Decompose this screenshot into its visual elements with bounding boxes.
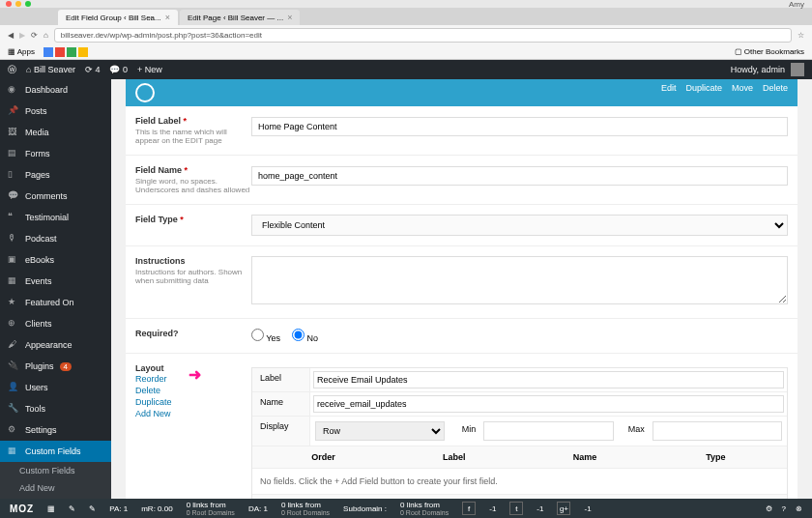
moz-logo[interactable]: MOZ xyxy=(10,504,34,514)
twitter-icon[interactable]: t xyxy=(509,502,523,515)
layout-col-headers: Order Label Name Type xyxy=(252,446,787,469)
home-icon[interactable]: ⌂ xyxy=(44,31,48,40)
required-no[interactable]: No xyxy=(292,329,318,343)
avatar-icon[interactable] xyxy=(791,63,804,76)
howdy-user[interactable]: Howdy, admin xyxy=(731,65,785,74)
facebook-icon[interactable]: f xyxy=(462,502,476,515)
layout-max-input[interactable] xyxy=(652,421,782,441)
gplus-icon[interactable]: g+ xyxy=(557,502,570,515)
sidebar-item-settings[interactable]: ⚙Settings xyxy=(0,419,111,441)
url-input[interactable]: billseaver.dev/wp/wp-admin/post.php?post… xyxy=(54,28,792,43)
cf-icon: ▦ xyxy=(8,446,19,457)
sidebar-item-dashboard[interactable]: ◉Dashboard xyxy=(0,79,111,101)
back-icon[interactable]: ◀ xyxy=(8,31,14,40)
tab-title: Edit Field Group ‹ Bill Sea... xyxy=(66,14,161,22)
layout-label-input[interactable] xyxy=(313,371,784,388)
sidebar-item-appearance[interactable]: 🖌Appearance xyxy=(0,334,111,356)
layout-min-input[interactable] xyxy=(483,421,613,441)
field-label: Required? xyxy=(135,329,251,338)
other-bookmarks[interactable]: ▢ Other Bookmarks xyxy=(735,47,804,56)
client-icon: ⊕ xyxy=(8,318,19,330)
field-label: Instructions xyxy=(135,256,251,266)
ext-icon[interactable]: ☆ xyxy=(798,31,804,40)
sidebar-sub-custom-fields[interactable]: Custom Fields xyxy=(0,462,111,479)
duplicate-link[interactable]: Duplicate xyxy=(685,83,722,102)
field-header: Edit Duplicate Move Delete xyxy=(126,79,798,106)
layout-duplicate-link[interactable]: Duplicate xyxy=(135,396,251,408)
admin-sidebar: ◉Dashboard 📌Posts 🖼Media ▤Forms ▯Pages 💬… xyxy=(0,79,111,499)
sidebar-item-custom-fields[interactable]: ▦Custom Fields xyxy=(0,441,111,462)
sidebar-item-testimonial[interactable]: ❝Testimonial xyxy=(0,207,111,228)
minimize-window-icon[interactable] xyxy=(15,1,21,7)
moz-close-icon[interactable]: ⊗ xyxy=(796,504,802,513)
new-button[interactable]: + New xyxy=(137,65,162,74)
moz-gear-icon[interactable]: ⚙ xyxy=(766,504,772,513)
sidebar-item-posts[interactable]: 📌Posts xyxy=(0,101,111,122)
apps-button[interactable]: ▦ Apps xyxy=(8,47,35,56)
required-yes[interactable]: Yes xyxy=(251,329,280,343)
col-order: Order xyxy=(258,452,389,462)
moz-icon[interactable]: ▦ xyxy=(47,504,55,513)
row-field-type: Field Type * Flexible Content xyxy=(126,205,798,246)
bookmark-icon[interactable] xyxy=(44,47,53,57)
wp-logo-icon[interactable]: ⓦ xyxy=(8,64,16,76)
sidebar-item-users[interactable]: 👤Users xyxy=(0,377,111,398)
moz-help-icon[interactable]: ? xyxy=(782,504,786,513)
close-icon[interactable]: × xyxy=(165,13,170,22)
forward-icon[interactable]: ▶ xyxy=(19,31,25,40)
field-name-input[interactable] xyxy=(251,166,788,186)
bookmark-icon[interactable] xyxy=(67,47,76,57)
layout-name-key: Name xyxy=(252,392,310,416)
field-type-select[interactable]: Flexible Content xyxy=(251,215,788,236)
sidebar-item-featured[interactable]: ★Featured On xyxy=(0,292,111,313)
sidebar-item-forms[interactable]: ▤Forms xyxy=(0,143,111,164)
moz-subdomain: Subdomain : xyxy=(343,504,387,513)
bookmark-icon[interactable] xyxy=(78,47,88,57)
comments-icon[interactable]: 💬 0 xyxy=(109,65,128,74)
field-label: Field Type * xyxy=(135,215,251,224)
moz-links: 0 links from0 Root Domains xyxy=(187,502,235,516)
maximize-window-icon[interactable] xyxy=(25,1,31,7)
min-label: Min xyxy=(452,421,476,441)
layout-name-input[interactable] xyxy=(313,395,784,413)
delete-link[interactable]: Delete xyxy=(763,83,788,102)
sidebar-item-events[interactable]: ▦Events xyxy=(0,271,111,292)
reload-icon[interactable]: ⟳ xyxy=(31,31,38,40)
close-window-icon[interactable] xyxy=(6,1,12,7)
instructions-textarea[interactable] xyxy=(251,256,788,304)
sidebar-item-comments[interactable]: 💬Comments xyxy=(0,186,111,207)
page-icon: ▯ xyxy=(8,169,19,181)
sidebar-item-podcast[interactable]: 🎙Podcast xyxy=(0,228,111,249)
layout-reorder-link[interactable]: Reorder xyxy=(135,373,251,385)
moz-bar: MOZ ▦ ✎ ✎ PA: 1 mR: 0.00 0 links from0 R… xyxy=(0,499,812,518)
row-layout: Layout Reorder Delete Duplicate Add New … xyxy=(126,354,798,499)
bookmark-icon[interactable] xyxy=(55,47,65,57)
comment-icon: 💬 xyxy=(8,190,19,202)
moz-icon[interactable]: ✎ xyxy=(69,504,75,513)
close-icon[interactable]: × xyxy=(287,13,292,22)
field-label: Field Name * xyxy=(135,165,251,175)
sidebar-item-ebooks[interactable]: ▣eBooks xyxy=(0,249,111,271)
edit-link[interactable]: Edit xyxy=(661,83,677,102)
layout-label-key: Label xyxy=(252,368,310,391)
brush-icon: 🖌 xyxy=(8,339,19,351)
sidebar-item-pages[interactable]: ▯Pages xyxy=(0,164,111,186)
sidebar-item-clients[interactable]: ⊕Clients xyxy=(0,313,111,334)
tab-title: Edit Page ‹ Bill Seaver — ... xyxy=(188,14,283,22)
sidebar-sub-add-new[interactable]: Add New xyxy=(0,479,111,497)
layout-addnew-link[interactable]: Add New xyxy=(135,408,251,419)
field-label-input[interactable] xyxy=(251,117,788,136)
move-link[interactable]: Move xyxy=(732,83,753,102)
browser-tab-active[interactable]: Edit Field Group ‹ Bill Sea...× xyxy=(58,10,178,25)
tool-icon: 🔧 xyxy=(8,403,19,415)
layout-display-select[interactable]: Row xyxy=(315,421,445,441)
site-name[interactable]: ⌂ Bill Seaver xyxy=(26,65,75,74)
updates-icon[interactable]: ⟳ 4 xyxy=(85,65,101,74)
field-order-icon xyxy=(135,83,155,102)
layout-delete-link[interactable]: Delete xyxy=(135,385,251,396)
browser-tab[interactable]: Edit Page ‹ Bill Seaver — ...× xyxy=(180,10,300,25)
sidebar-item-plugins[interactable]: 🔌Plugins4 xyxy=(0,356,111,377)
sidebar-item-media[interactable]: 🖼Media xyxy=(0,122,111,143)
moz-icon[interactable]: ✎ xyxy=(89,504,96,513)
sidebar-item-tools[interactable]: 🔧Tools xyxy=(0,398,111,419)
